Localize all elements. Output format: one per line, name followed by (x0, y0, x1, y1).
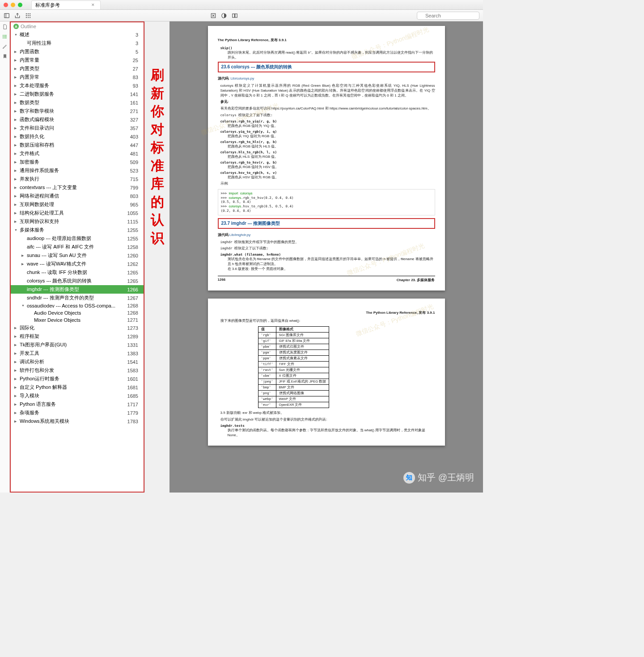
source-link[interactable]: Lib/imghdr.py (229, 233, 251, 237)
bookmark-icon[interactable] (2, 54, 8, 59)
outline-item[interactable]: aifc --- 读写 AIFF 和 AIFC 文件1258 (11, 243, 144, 251)
outline-item[interactable]: ▶导入模块1685 (11, 392, 144, 400)
two-page-icon[interactable] (232, 13, 238, 19)
outline-item[interactable]: ▶内置类型27 (11, 64, 144, 73)
outline-item[interactable]: ▶wave --- 读写WAV格式文件1262 (11, 260, 144, 268)
chevron-right-icon[interactable]: ▶ (14, 135, 18, 139)
chevron-right-icon[interactable]: ▶ (14, 352, 18, 355)
chevron-right-icon[interactable]: ▶ (14, 343, 18, 347)
outline-item[interactable]: ▼概述3 (11, 30, 144, 39)
outline-item[interactable]: ▶开发工具1383 (11, 349, 144, 358)
outline-item[interactable]: colorsys --- 颜色系统间的转换1265 (11, 277, 144, 285)
outline-item[interactable]: ▶内置异常83 (11, 73, 144, 81)
theme-toggle-icon[interactable] (221, 13, 227, 19)
outline-item[interactable]: ▶数据类型161 (11, 98, 144, 107)
outline-item[interactable]: ▶数据压缩和存档447 (11, 141, 144, 149)
close-window-button[interactable] (4, 3, 8, 7)
outline-item[interactable]: ▶文本处理服务93 (11, 81, 144, 90)
outline-item[interactable]: ▶Python运行时服务1601 (11, 375, 144, 383)
outline-item[interactable]: ▶Python 语言服务1717 (11, 400, 144, 409)
grid-icon[interactable] (25, 13, 31, 19)
chevron-right-icon[interactable]: ▶ (14, 67, 18, 71)
chevron-down-icon[interactable]: ▼ (14, 33, 18, 37)
search-field[interactable] (417, 11, 479, 20)
outline-item[interactable]: ▶数字和数学模块271 (11, 107, 144, 115)
chevron-right-icon[interactable]: ▶ (14, 420, 18, 423)
share-icon[interactable] (14, 13, 21, 19)
chevron-right-icon[interactable]: ▶ (14, 169, 18, 173)
chevron-down-icon[interactable]: ▼ (14, 228, 18, 232)
outline-item[interactable]: ▶互联网数据处理965 (11, 200, 144, 209)
outline-item[interactable]: ▶网络和进程间通信803 (11, 192, 144, 200)
chevron-right-icon[interactable]: ▶ (14, 411, 18, 415)
chevron-right-icon[interactable]: ▶ (14, 335, 18, 338)
outline-item[interactable]: ▶杂项服务1779 (11, 409, 144, 417)
maximize-window-button[interactable] (18, 3, 22, 7)
chevron-right-icon[interactable]: ▶ (14, 59, 18, 62)
source-link[interactable]: Lib/colorsys.py (230, 76, 254, 80)
zoom-fit-icon[interactable] (210, 13, 216, 19)
document-icon[interactable] (2, 24, 8, 29)
outline-item[interactable]: ▶国际化1273 (11, 324, 144, 332)
chevron-right-icon[interactable]: ▶ (14, 152, 18, 156)
outline-item[interactable]: ▶内置常量25 (11, 56, 144, 64)
chevron-right-icon[interactable]: ▶ (14, 101, 18, 105)
outline-item[interactable]: ▶加密服务509 (11, 158, 144, 166)
chevron-right-icon[interactable]: ▶ (14, 377, 18, 381)
outline-item[interactable]: sndhdr --- 推测声音文件的类型1267 (11, 294, 144, 302)
chevron-right-icon[interactable]: ▶ (14, 177, 18, 181)
outline-item[interactable]: ▶自定义 Python 解释器1681 (11, 383, 144, 392)
sidebar-toggle-icon[interactable] (4, 13, 10, 19)
outline-item[interactable]: ▼ossaudiodev --- Access to OSS-compa...1… (11, 302, 144, 309)
outline-item[interactable]: ▶通用操作系统服务523 (11, 166, 144, 175)
outline-item[interactable]: chunk --- 读取 IFF 分块数据1265 (11, 268, 144, 277)
chevron-right-icon[interactable]: ▶ (14, 110, 18, 113)
chevron-right-icon[interactable]: ▶ (14, 93, 18, 96)
outline-item[interactable]: 可用性注释3 (11, 39, 144, 47)
chevron-right-icon[interactable]: ▶ (14, 386, 18, 389)
chevron-right-icon[interactable]: ▶ (14, 369, 18, 372)
chevron-right-icon[interactable]: ▶ (14, 203, 18, 206)
outline-item[interactable]: ▶sunau --- 读写 Sun AU 文件1260 (11, 251, 144, 260)
outline-item[interactable]: ▶结构化标记处理工具1055 (11, 209, 144, 217)
edit-icon[interactable] (2, 44, 8, 49)
outline-item[interactable]: imghdr --- 推测图像类型1266 (11, 285, 144, 294)
chevron-right-icon[interactable]: ▶ (14, 126, 18, 130)
chevron-right-icon[interactable]: ▶ (14, 118, 18, 122)
chevron-right-icon[interactable]: ▶ (14, 326, 18, 330)
chevron-right-icon[interactable]: ▶ (14, 160, 18, 164)
chevron-right-icon[interactable]: ▶ (14, 186, 18, 190)
outline-item[interactable]: ▶文件格式481 (11, 149, 144, 158)
outline-item[interactable]: ▶并发执行715 (11, 175, 144, 183)
outline-item[interactable]: Audio Device Objects1268 (11, 309, 144, 316)
chevron-right-icon[interactable]: ▶ (14, 76, 18, 79)
chevron-right-icon[interactable]: ▶ (14, 394, 18, 398)
outline-item[interactable]: ▶程序框架1289 (11, 332, 144, 341)
outline-item[interactable]: ▶二进制数据服务141 (11, 90, 144, 98)
chevron-right-icon[interactable]: ▶ (14, 360, 18, 364)
outline-item[interactable]: audioop --- 处理原始音频数据1255 (11, 234, 144, 243)
outline-item[interactable]: ▶互联网协议和支持1115 (11, 217, 144, 226)
chevron-right-icon[interactable]: ▶ (14, 194, 18, 198)
chevron-right-icon[interactable]: ▶ (14, 403, 18, 406)
outline-item[interactable]: Mixer Device Objects1271 (11, 316, 144, 324)
outline-item[interactable]: ▶调试和分析1541 (11, 358, 144, 366)
outline-item[interactable]: ▶数据持久化403 (11, 132, 144, 141)
chevron-right-icon[interactable]: ▶ (21, 262, 25, 266)
outline-item[interactable]: ▶文件和目录访问357 (11, 124, 144, 132)
chevron-down-icon[interactable]: ▼ (21, 304, 25, 307)
chevron-right-icon[interactable]: ▶ (14, 143, 18, 147)
outline-item[interactable]: ▶内置函数5 (11, 47, 144, 56)
outline-item[interactable]: ▶Tk图形用户界面(GUI)1331 (11, 341, 144, 349)
chevron-right-icon[interactable]: ▶ (21, 254, 25, 257)
minimize-window-button[interactable] (11, 3, 15, 7)
chevron-right-icon[interactable]: ▶ (14, 50, 18, 54)
close-tab-icon[interactable]: ✕ (91, 3, 95, 7)
outline-item[interactable]: ▶软件打包和分发1583 (11, 366, 144, 375)
chevron-right-icon[interactable]: ▶ (14, 84, 18, 88)
search-input[interactable] (417, 12, 479, 20)
browser-tab[interactable]: 标准库参考 ✕ (31, 0, 101, 9)
chevron-right-icon[interactable]: ▶ (14, 220, 18, 223)
outline-item[interactable]: ▶函数式编程模块327 (11, 115, 144, 124)
outline-item[interactable]: ▼多媒体服务1255 (11, 226, 144, 234)
